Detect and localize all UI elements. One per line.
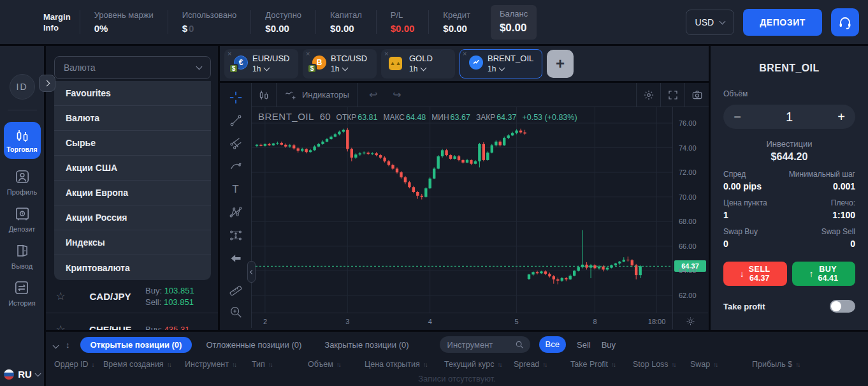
arrow-down-icon: ↓: [740, 269, 744, 279]
price-axis[interactable]: 64.37 76.0074.0072.0070.0068.0066.0064.0…: [672, 107, 708, 313]
redo-icon[interactable]: ↪: [387, 89, 406, 101]
column-header[interactable]: Прибыль $↑↓: [744, 360, 804, 369]
star-icon[interactable]: ☆: [46, 290, 75, 303]
chart-tab-BTC/USD[interactable]: × B$ BTC/USD 1h: [303, 49, 377, 78]
chart-tabs-bar: × €$ EUR/USD 1h × B$ BTC/USD 1h × ▲▲ GOL…: [220, 46, 709, 83]
price-tick: 66.00: [679, 242, 697, 250]
empty-table-message: Записи отсутствуют.: [46, 374, 868, 383]
chevron-down-icon: [342, 65, 349, 71]
candlestick-chart[interactable]: [252, 107, 672, 313]
arrow-tool-icon[interactable]: [227, 249, 245, 267]
fullscreen-button[interactable]: [660, 83, 684, 107]
instrument-search[interactable]: [440, 336, 530, 353]
column-header[interactable]: Ордер ID↓: [46, 360, 95, 369]
investment-label: Инвестиции: [723, 139, 855, 149]
filter-Все[interactable]: Все: [539, 336, 566, 353]
buy-button[interactable]: ↑ BUY64.41: [792, 262, 856, 286]
chart-plot-area[interactable]: BRENT_OIL 60 ОТКР 63.81 МАКС 64.48 МИН 6…: [252, 107, 709, 328]
crosshair-tool-icon[interactable]: [227, 89, 245, 107]
time-tick: 2: [254, 318, 276, 325]
avatar[interactable]: ID: [10, 74, 35, 100]
snapshot-button[interactable]: [684, 83, 709, 107]
chart-tab-GOLD[interactable]: × ▲▲ GOLD 1h: [381, 49, 455, 78]
resize-panel-icon[interactable]: ↕: [62, 340, 74, 350]
positions-tab[interactable]: Отложенные позиции (0): [194, 340, 313, 350]
time-axis[interactable]: 2345818:00: [252, 313, 672, 329]
time-tick: 5: [506, 318, 528, 325]
category-item[interactable]: Криптовалюта: [54, 255, 211, 280]
add-chart-tab-button[interactable]: +: [547, 50, 574, 78]
deposit-button[interactable]: ДЕПОЗИТ: [743, 9, 822, 36]
quote-row[interactable]: ☆ CHF/HUF Buy: 435.31: [46, 313, 218, 330]
category-item[interactable]: Favourites: [54, 81, 211, 106]
column-header[interactable]: Цена открытия↑↓: [356, 360, 436, 369]
support-button[interactable]: [831, 8, 859, 36]
take-profit-toggle[interactable]: [830, 300, 855, 313]
trendline-tool-icon[interactable]: [227, 112, 245, 130]
column-header[interactable]: Spread↑↓: [505, 360, 562, 369]
category-select[interactable]: Валюта: [54, 56, 211, 79]
column-header[interactable]: Take Profit↑↓: [562, 360, 625, 369]
positions-tab[interactable]: Открытые позиции (0): [80, 337, 192, 353]
gold-icon: ▲▲: [387, 54, 405, 73]
price-tick: 76.00: [679, 119, 697, 127]
order-field-row: Спред0.00 pips Минимальный шаг0.001: [723, 170, 855, 191]
topbar-stat: P/L $0.00: [376, 10, 429, 34]
language-select[interactable]: RU: [4, 369, 40, 380]
brush-tool-icon[interactable]: [227, 158, 245, 175]
star-icon[interactable]: ☆: [46, 323, 75, 330]
sidebar-expand-button[interactable]: [39, 75, 55, 92]
column-header[interactable]: Текущий курс↑↓: [436, 360, 505, 369]
deposit-icon: [14, 205, 31, 222]
ruler-tool-icon[interactable]: [227, 280, 245, 298]
topbar-actions: USD ДЕПОЗИТ: [686, 8, 868, 36]
position-tool-icon[interactable]: [227, 226, 245, 244]
volume-increase-button[interactable]: +: [827, 110, 855, 124]
positions-tab[interactable]: Закрытые позиции (0): [313, 340, 420, 350]
order-panel: BRENT_OIL Объём − 1 + Инвестиции $644.20…: [709, 46, 868, 330]
filter-Buy[interactable]: Buy: [602, 340, 616, 350]
column-header[interactable]: Тип↑↓: [243, 360, 300, 369]
chart-settings-button[interactable]: [636, 83, 660, 107]
collapse-panel-icon[interactable]: [46, 340, 62, 350]
category-item[interactable]: Валюта: [54, 106, 211, 131]
category-item[interactable]: Акции США: [54, 156, 211, 181]
column-header[interactable]: Swap↑↓: [682, 360, 744, 369]
column-header[interactable]: Инструмент↑↓: [177, 360, 243, 369]
indicators-button[interactable]: Индикаторы: [277, 83, 358, 107]
chart-tab-EUR/USD[interactable]: × €$ EUR/USD 1h: [224, 49, 298, 78]
sidebar-item-withdraw[interactable]: Вывод: [11, 242, 33, 270]
pattern-tool-icon[interactable]: [227, 204, 245, 221]
instrument-search-input[interactable]: [447, 340, 511, 350]
chart-panel: × €$ EUR/USD 1h × B$ BTC/USD 1h × ▲▲ GOL…: [220, 46, 709, 330]
sort-icon: ↑↓: [611, 361, 615, 368]
filter-Sell[interactable]: Sell: [577, 340, 591, 350]
chevron-down-icon: [499, 65, 505, 71]
chart-type-button[interactable]: [252, 83, 277, 107]
zoom-in-tool-icon[interactable]: [227, 303, 245, 321]
category-item[interactable]: Акции Европа: [54, 181, 211, 205]
watchlist-collapse-handle[interactable]: [247, 261, 256, 283]
category-item[interactable]: Акции Россия: [54, 205, 211, 230]
sidebar-item-candles[interactable]: Торговля: [4, 122, 41, 159]
price-tick: 62.00: [679, 292, 697, 299]
column-header[interactable]: Время создания↑↓: [95, 360, 177, 369]
category-item[interactable]: Индексы: [54, 230, 211, 255]
quote-row[interactable]: ☆ CAD/JPY Buy: 103.851 Sell: 103.851: [46, 280, 218, 313]
text-tool-icon[interactable]: T: [227, 181, 245, 198]
sidebar-item-deposit[interactable]: Депозит: [9, 205, 36, 233]
column-header[interactable]: Stop Loss↑↓: [625, 360, 682, 369]
sidebar-item-history[interactable]: История: [8, 279, 36, 307]
sell-button[interactable]: ↓ SELL64.37: [723, 262, 787, 286]
column-header[interactable]: Объем↑↓: [300, 360, 356, 369]
order-field-row: Цена пункта1 Плечо:1:100: [723, 198, 855, 220]
volume-decrease-button[interactable]: −: [723, 110, 751, 124]
category-item[interactable]: Сырье: [54, 131, 211, 156]
pitchfork-tool-icon[interactable]: [227, 135, 245, 152]
legend-symbol: BRENT_OIL: [258, 111, 314, 122]
chart-tab-BRENT_OIL[interactable]: × BRENT_OIL 1h: [459, 49, 542, 78]
undo-icon[interactable]: ↩: [364, 89, 382, 101]
currency-select[interactable]: USD: [686, 10, 735, 35]
theme-sun-icon[interactable]: [686, 316, 695, 326]
sidebar-item-profile[interactable]: Профиль: [7, 168, 38, 196]
